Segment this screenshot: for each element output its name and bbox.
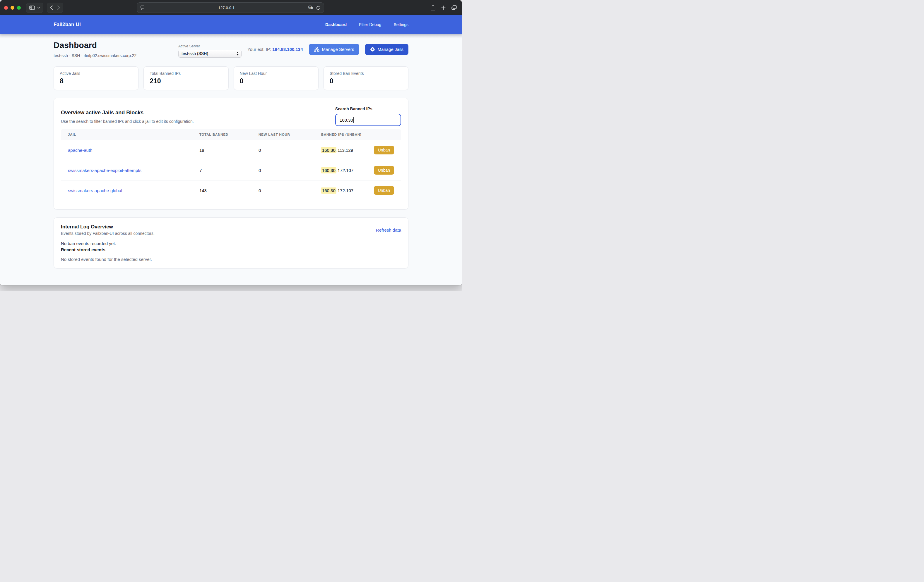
stat-card-active-jails: Active Jails 8: [54, 66, 139, 90]
manage-jails-label: Manage Jails: [378, 47, 403, 52]
total-banned-cell: 19: [200, 140, 259, 160]
ip-rest: .172.107: [337, 188, 353, 193]
no-ban-events-text: No ban events recorded yet.: [61, 241, 401, 246]
jails-table: JAIL TOTAL BANNED NEW LAST HOUR BANNED I…: [61, 129, 401, 201]
close-window-button[interactable]: [4, 6, 8, 10]
total-banned-cell: 143: [200, 181, 259, 201]
external-ip-label: Your ext. IP:: [248, 47, 271, 52]
banned-ip: 160.30.172.107: [321, 168, 353, 173]
table-row: swissmakers-apache-global 143 0 160.30.1…: [61, 181, 401, 201]
back-button[interactable]: [50, 5, 53, 10]
stat-value: 0: [240, 77, 312, 85]
page-subtitle: test-ssh · SSH · rlinfp02.swissmakers.co…: [54, 53, 137, 58]
stat-label: Total Banned IPs: [150, 71, 222, 76]
dashboard-header: Dashboard test-ssh · SSH · rlinfp02.swis…: [54, 41, 408, 58]
stat-label: Active Jails: [60, 71, 132, 76]
page-title: Dashboard: [54, 41, 137, 50]
ip-highlight: 160.30: [321, 187, 337, 194]
active-server-select[interactable]: test-ssh (SSH): [178, 50, 241, 58]
no-stored-events-text: No stored events found for the selected …: [61, 257, 401, 262]
stat-value: 0: [330, 77, 402, 85]
external-ip-value[interactable]: 194.88.100.134: [272, 47, 303, 52]
column-header-jail: JAIL: [61, 129, 200, 140]
total-banned-cell: 7: [200, 160, 259, 181]
jail-link[interactable]: swissmakers-apache-global: [68, 188, 122, 193]
stat-value: 8: [60, 77, 132, 85]
browser-window: 127.0.0.1 A 文: [0, 0, 462, 286]
manage-servers-button[interactable]: Manage Servers: [309, 44, 359, 55]
table-row: swissmakers-apache-exploit-attempts 7 0 …: [61, 160, 401, 181]
svg-text:A: A: [309, 6, 311, 8]
svg-text:文: 文: [311, 7, 313, 9]
url-text: 127.0.0.1: [145, 5, 308, 10]
new-tab-icon[interactable]: [441, 5, 446, 10]
ip-highlight: 160.30: [321, 147, 337, 153]
page-body: Dashboard test-ssh · SSH · rlinfp02.swis…: [0, 34, 462, 286]
zoom-window-button[interactable]: [17, 6, 21, 10]
tab-overview-icon[interactable]: [452, 5, 457, 10]
search-banned-ips-input[interactable]: 160.30: [335, 114, 401, 126]
traffic-lights: [4, 6, 21, 10]
share-icon[interactable]: [431, 5, 436, 10]
ip-rest: .172.107: [337, 168, 353, 173]
column-header-banned-ips: BANNED IPS (UNBAN): [321, 129, 401, 140]
nav-link-settings[interactable]: Settings: [393, 22, 408, 27]
nav-link-filter-debug[interactable]: Filter Debug: [359, 22, 381, 27]
select-arrows-icon: [236, 52, 239, 56]
banned-ip: 160.30.172.107: [321, 188, 353, 193]
new-last-hour-cell: 0: [259, 181, 321, 201]
page-settings-icon[interactable]: [140, 5, 145, 10]
jail-link[interactable]: apache-auth: [68, 148, 92, 153]
ip-rest: .113.129: [337, 148, 353, 153]
browser-toolbar: 127.0.0.1 A 文: [0, 0, 462, 15]
log-subtitle: Events stored by Fail2ban-UI across all …: [61, 231, 401, 236]
unban-button[interactable]: Unban: [374, 186, 394, 195]
search-banned-ips-label: Search Banned IPs: [335, 107, 401, 111]
internal-log-card: Internal Log Overview Events stored by F…: [54, 217, 408, 268]
history-nav-group: [47, 3, 63, 13]
app-navbar: Fail2ban UI Dashboard Filter Debug Setti…: [0, 15, 462, 34]
banned-ip: 160.30.113.129: [321, 148, 353, 153]
active-server-value: test-ssh (SSH): [182, 51, 236, 56]
chevron-down-icon: [37, 7, 40, 8]
jails-overview-card: Overview active Jails and Blocks Use the…: [54, 98, 408, 210]
unban-button[interactable]: Unban: [374, 166, 394, 174]
nav-link-dashboard[interactable]: Dashboard: [325, 22, 346, 27]
stat-label: Stored Ban Events: [330, 71, 402, 76]
external-ip: Your ext. IP: 194.88.100.134: [248, 47, 303, 52]
address-bar[interactable]: 127.0.0.1 A 文: [137, 2, 324, 13]
column-header-new-last-hour: NEW LAST HOUR: [259, 129, 321, 140]
ip-highlight: 160.30: [321, 167, 337, 173]
column-header-total-banned: TOTAL BANNED: [200, 129, 259, 140]
minimize-window-button[interactable]: [10, 6, 14, 10]
sitemap-icon: [314, 47, 319, 52]
active-server-group: Active Server test-ssh (SSH): [178, 44, 241, 58]
table-row: apache-auth 19 0 160.30.113.129 Unban: [61, 140, 401, 160]
stat-value: 210: [150, 77, 222, 85]
reload-icon[interactable]: [316, 5, 320, 10]
sidebar-icon: [29, 5, 35, 10]
stat-label: New Last Hour: [240, 71, 312, 76]
translate-icon[interactable]: A 文: [308, 5, 313, 10]
search-banned-ips-group: Search Banned IPs 160.30: [335, 107, 401, 126]
stat-card-new-last-hour: New Last Hour 0: [234, 66, 318, 90]
new-last-hour-cell: 0: [259, 160, 321, 181]
sidebar-toggle-group[interactable]: [26, 3, 43, 13]
manage-jails-button[interactable]: Manage Jails: [365, 44, 408, 55]
jail-link[interactable]: swissmakers-apache-exploit-attempts: [68, 168, 142, 173]
stat-cards: Active Jails 8 Total Banned IPs 210 New …: [54, 66, 408, 90]
search-input-value: 160.30: [340, 118, 353, 123]
refresh-data-link[interactable]: Refresh data: [376, 227, 401, 232]
active-server-label: Active Server: [178, 44, 241, 48]
forward-button[interactable]: [58, 5, 60, 10]
app-brand[interactable]: Fail2ban UI: [54, 21, 81, 28]
stat-card-total-banned: Total Banned IPs 210: [144, 66, 228, 90]
unban-button[interactable]: Unban: [374, 146, 394, 155]
recent-stored-events-heading: Recent stored events: [61, 247, 401, 252]
manage-servers-label: Manage Servers: [322, 47, 354, 52]
text-caret: [353, 117, 354, 123]
new-last-hour-cell: 0: [259, 140, 321, 160]
main-nav: Dashboard Filter Debug Settings: [325, 22, 408, 27]
log-title: Internal Log Overview: [61, 224, 401, 230]
stat-card-stored-ban-events: Stored Ban Events 0: [323, 66, 408, 90]
